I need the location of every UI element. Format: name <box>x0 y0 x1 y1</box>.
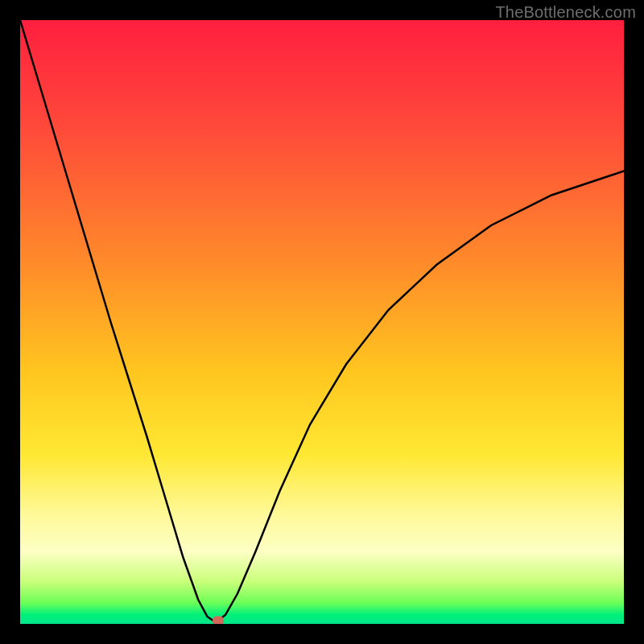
plot-outer-border <box>20 20 624 624</box>
plot-gradient-area <box>20 20 624 624</box>
chart-frame: TheBottleneck.com <box>0 0 644 644</box>
optimal-point-marker <box>213 617 224 624</box>
curve-svg <box>20 20 624 624</box>
bottleneck-curve-path <box>20 20 624 621</box>
watermark-text: TheBottleneck.com <box>495 3 636 22</box>
